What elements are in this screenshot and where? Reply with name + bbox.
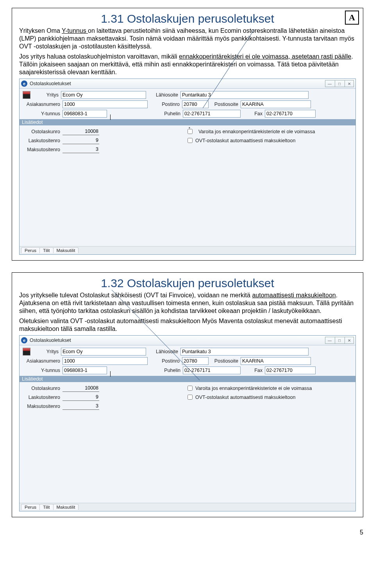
- input-yritys[interactable]: [61, 91, 146, 99]
- blank-area: [23, 411, 352, 501]
- close-icon[interactable]: ✕: [345, 337, 354, 343]
- label-postiosoite: Postiosoite: [211, 358, 238, 364]
- input-postinro[interactable]: [182, 357, 209, 365]
- slide1-para1: Yrityksen Oma Y-tunnus on laitettava per…: [19, 27, 356, 50]
- minimize-icon[interactable]: —: [325, 80, 334, 87]
- window-title: Ostolaskuoletukset: [30, 81, 71, 86]
- blank-area: [23, 155, 352, 245]
- section-lisatiedot: Lisätiedot: [20, 119, 355, 125]
- chk-ovt-label: OVT-ostolaskut automaattisesti maksukiel…: [195, 395, 295, 400]
- slide2-title: 1.32 Ostolaskujen perusoletukset: [19, 277, 356, 290]
- label-laskutositenro: Laskutositenro: [23, 395, 60, 400]
- chk-varoita[interactable]: * Varoita jos ennakonperintärekisteriote…: [186, 128, 315, 135]
- maximize-icon[interactable]: □: [335, 337, 344, 343]
- label-puhelin: Puhelin: [151, 111, 180, 116]
- input-maksutositenro[interactable]: [62, 146, 99, 153]
- chk-ovt[interactable]: OVT-ostolaskut automaattisesti maksukiel…: [186, 137, 295, 144]
- chk-ovt-label: OVT-ostolaskut automaattisesti maksukiel…: [195, 138, 295, 143]
- label-laskutositenro: Laskutositenro: [23, 138, 60, 143]
- label-ostolaskunro: Ostolaskunro: [23, 386, 60, 391]
- input-fax[interactable]: [265, 366, 316, 374]
- app-icon: e: [21, 337, 27, 343]
- label-ytunnus: Y-tunnus: [23, 368, 60, 373]
- label-ostolaskunro: Ostolaskunro: [23, 129, 60, 134]
- input-lahiosoite[interactable]: [180, 348, 309, 356]
- app-icon: e: [21, 80, 27, 87]
- slide2-para1: Jos yritykselle tulevat Ostolaskut sähkö…: [19, 291, 356, 315]
- input-lahiosoite[interactable]: [180, 91, 309, 99]
- input-puhelin[interactable]: [183, 366, 241, 374]
- label-fax: Fax: [243, 111, 262, 116]
- label-maksutositenro: Maksutositenro: [23, 147, 60, 152]
- label-lahiosoite: Lähiosoite: [148, 349, 178, 354]
- chk-ovt-box[interactable]: [188, 138, 193, 143]
- input-fax[interactable]: [265, 110, 316, 118]
- input-ytunnus[interactable]: [62, 366, 107, 374]
- window-ostolaskuoletukset-2: e Ostolaskuoletukset — □ ✕ Yritys Lähios…: [19, 335, 356, 511]
- tabs: Perus Tilit Maksutilit: [20, 503, 355, 511]
- section-lisatiedot: Lisätiedot: [20, 376, 355, 382]
- input-postiosoite[interactable]: [241, 357, 311, 365]
- label-ytunnus: Y-tunnus: [23, 111, 60, 116]
- label-yritys: Yritys: [35, 349, 59, 354]
- chk-varoita[interactable]: Varoita jos ennakonperintärekisteriote e…: [186, 384, 312, 392]
- tab-tilit[interactable]: Tilit: [39, 504, 53, 510]
- input-laskutositenro[interactable]: [62, 393, 99, 401]
- label-puhelin: Puhelin: [151, 368, 180, 373]
- label-asiakasnumero: Asiakasnumero: [23, 102, 60, 107]
- input-asiakasnumero[interactable]: [62, 100, 148, 108]
- input-ostolaskunro[interactable]: [62, 384, 99, 392]
- input-ytunnus[interactable]: [62, 110, 107, 118]
- tabs: Perus Tilit Maksutilit: [20, 246, 355, 254]
- titlebar: e Ostolaskuoletukset — □ ✕: [20, 336, 355, 345]
- tab-maksutilit[interactable]: Maksutilit: [53, 504, 79, 510]
- badge-a: A: [345, 11, 359, 25]
- chk-varoita-label: Varoita jos ennakonperintärekisteriote e…: [195, 386, 312, 391]
- input-yritys[interactable]: [61, 348, 146, 356]
- window-ostolaskuoletukset-1: e Ostolaskuoletukset — □ ✕ Yritys Lähios…: [19, 79, 356, 255]
- close-icon[interactable]: ✕: [345, 80, 354, 87]
- input-asiakasnumero[interactable]: [62, 357, 148, 365]
- window-buttons[interactable]: — □ ✕: [325, 337, 354, 344]
- slide-1: A 1.31 Ostolaskujen perusoletukset Yrity…: [12, 8, 363, 261]
- save-icon[interactable]: [23, 348, 30, 356]
- input-ostolaskunro[interactable]: [62, 128, 99, 135]
- slide1-para2: Jos yritys haluaa ostolaskuohjelmiston v…: [19, 53, 356, 76]
- label-postinro: Postinro: [150, 102, 180, 107]
- page-number: 5: [12, 529, 363, 536]
- label-yritys: Yritys: [35, 92, 59, 98]
- save-icon[interactable]: [23, 91, 30, 99]
- input-puhelin[interactable]: [183, 110, 241, 118]
- chk-ovt[interactable]: OVT-ostolaskut automaattisesti maksukiel…: [186, 393, 295, 401]
- chk-star: *: [189, 127, 190, 131]
- label-fax: Fax: [243, 368, 262, 373]
- chk-varoita-box[interactable]: [188, 386, 193, 391]
- label-postinro: Postinro: [150, 358, 180, 364]
- slide-2: 1.32 Ostolaskujen perusoletukset Jos yri…: [12, 272, 363, 517]
- tab-perus[interactable]: Perus: [21, 504, 40, 510]
- tab-tilit[interactable]: Tilit: [39, 247, 53, 253]
- minimize-icon[interactable]: —: [325, 337, 334, 343]
- tab-maksutilit[interactable]: Maksutilit: [53, 247, 79, 253]
- label-maksutositenro: Maksutositenro: [23, 404, 60, 409]
- label-postiosoite: Postiosoite: [211, 102, 238, 107]
- maximize-icon[interactable]: □: [335, 80, 344, 87]
- chk-varoita-label: Varoita jos ennakonperintärekisteriote e…: [198, 129, 315, 134]
- input-laskutositenro[interactable]: [62, 137, 99, 144]
- input-postinro[interactable]: [182, 100, 209, 108]
- titlebar: e Ostolaskuoletukset — □ ✕: [20, 79, 355, 89]
- slide1-title: 1.31 Ostolaskujen perusoletukset: [19, 12, 356, 25]
- window-buttons[interactable]: — □ ✕: [325, 80, 354, 87]
- tab-perus[interactable]: Perus: [21, 247, 40, 253]
- chk-ovt-box[interactable]: [188, 395, 193, 400]
- input-maksutositenro[interactable]: [62, 402, 99, 410]
- input-postiosoite[interactable]: [241, 100, 311, 108]
- label-asiakasnumero: Asiakasnumero: [23, 358, 60, 364]
- window-title: Ostolaskuoletukset: [30, 338, 71, 343]
- label-lahiosoite: Lähiosoite: [148, 92, 178, 98]
- slide2-para2: Oletuksien valinta OVT -ostolaskut autom…: [19, 317, 356, 333]
